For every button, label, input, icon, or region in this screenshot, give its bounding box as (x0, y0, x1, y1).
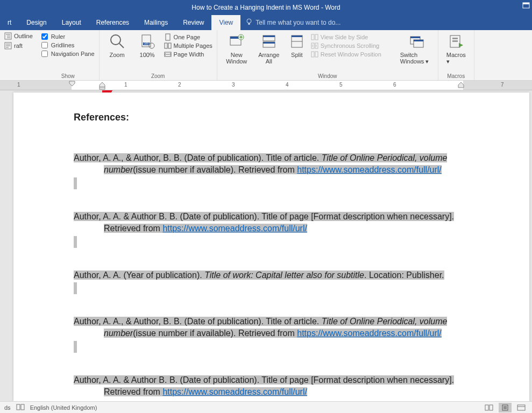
status-bar: ds English (United Kingdom) (0, 401, 532, 413)
tab-design[interactable]: Design (19, 15, 54, 30)
show-group: Ruler Gridlines Navigation Pane Show (37, 30, 100, 80)
svg-text:100: 100 (144, 42, 148, 45)
svg-rect-36 (315, 34, 318, 40)
reset-window-icon (311, 51, 318, 58)
reference-link[interactable]: https://www.someaddress.com/full/url/ (297, 329, 442, 338)
svg-marker-54 (458, 82, 464, 88)
split-icon (289, 33, 305, 49)
page-width-button[interactable]: Page Width (164, 51, 212, 58)
switch-windows-icon (409, 33, 425, 49)
print-layout-button[interactable] (499, 403, 512, 412)
book-icon[interactable] (16, 403, 25, 412)
svg-point-2 (247, 19, 251, 23)
svg-rect-33 (292, 35, 302, 37)
arrange-all-button[interactable]: Arrange All (255, 32, 283, 65)
svg-rect-48 (452, 38, 458, 39)
side-by-side-icon (311, 33, 318, 41)
svg-marker-52 (100, 82, 105, 87)
chevron-down-icon: ▾ (446, 58, 450, 65)
svg-rect-44 (410, 37, 420, 38)
status-text[interactable]: ds (4, 404, 11, 411)
navigation-pane-checkbox[interactable]: Navigation Pane (41, 51, 95, 57)
svg-rect-60 (490, 405, 493, 410)
arrange-all-icon (261, 33, 277, 49)
svg-point-17 (149, 43, 154, 48)
multiple-pages-button[interactable]: Multiple Pages (164, 42, 212, 49)
zoom-button[interactable]: Zoom (104, 32, 131, 58)
window-group-label: Window (222, 72, 434, 79)
right-indent-marker[interactable] (458, 81, 464, 90)
reference-link[interactable]: https://www.someaddress.com/full/url/ (162, 387, 307, 396)
reference-entry: Author, A. A. (Year of publication). Tit… (74, 269, 476, 294)
tell-me-search[interactable]: Tell me what you want to do... (246, 15, 341, 30)
draft-icon (4, 42, 12, 49)
svg-rect-18 (166, 34, 170, 40)
references-heading: References: (74, 112, 476, 123)
svg-rect-58 (21, 404, 24, 410)
svg-point-12 (111, 35, 120, 45)
tab-layout[interactable]: Layout (54, 15, 89, 30)
svg-marker-50 (459, 43, 463, 47)
horizontal-ruler[interactable]: 1 1 2 3 4 5 6 7 (0, 81, 532, 90)
ribbon: Outline raft Ruler Gridlines Navigation … (0, 30, 532, 81)
switch-windows-button[interactable]: Switch Windows ▾ (400, 32, 434, 65)
svg-rect-1 (523, 3, 529, 4)
svg-marker-51 (69, 81, 75, 86)
multiple-pages-icon (164, 42, 172, 49)
new-window-icon (229, 33, 245, 49)
svg-rect-35 (311, 34, 314, 40)
macros-group: Macros▾ Macros (438, 30, 474, 80)
document-page[interactable]: References: Author, A. A., & Author, B. … (13, 92, 529, 401)
tab-cut-left[interactable]: rt (0, 15, 19, 30)
macros-icon (448, 33, 464, 49)
view-side-by-side-button: View Side by Side (311, 33, 397, 41)
zoom-icon (109, 33, 125, 49)
lightbulb-icon (246, 18, 252, 27)
first-line-indent-marker[interactable] (69, 81, 75, 90)
reference-entry: Author, A. A. & Author B. B. (Date of pu… (74, 211, 476, 248)
svg-rect-59 (485, 405, 488, 410)
hundred-percent-icon: 100 (139, 33, 155, 49)
page-width-icon (164, 51, 172, 58)
tab-mailings[interactable]: Mailings (137, 15, 175, 30)
gridlines-checkbox[interactable]: Gridlines (41, 42, 95, 48)
new-window-button[interactable]: New Window (222, 32, 252, 65)
svg-rect-31 (263, 42, 275, 44)
svg-rect-19 (165, 43, 167, 48)
ribbon-display-options-icon[interactable] (522, 2, 530, 10)
reference-link[interactable]: https://www.someaddress.com/full/url/ (162, 224, 307, 233)
ruler-checkbox[interactable]: Ruler (41, 33, 95, 40)
window-title: How to Create a Hanging Indent in MS Wor… (191, 4, 340, 11)
views-group-partial: Outline raft (0, 30, 37, 80)
split-button[interactable]: Split (286, 32, 308, 65)
web-layout-button[interactable] (515, 403, 528, 412)
draft-view-button[interactable]: raft (4, 42, 33, 49)
show-group-label: Show (41, 72, 95, 79)
reference-entry: Author, A. A., & Author, B. B. (Date of … (74, 152, 476, 189)
read-mode-button[interactable] (483, 403, 495, 412)
reference-link[interactable]: https://www.someaddress.com/full/url/ (297, 165, 442, 174)
reference-entry: Author, A. A., & Author, B. B. (Date of … (74, 316, 476, 353)
svg-rect-42 (315, 52, 318, 57)
language-status[interactable]: English (United Kingdom) (30, 404, 97, 411)
macros-group-label: Macros (443, 72, 470, 79)
synchronous-scrolling-button: Synchronous Scrolling (311, 42, 397, 49)
reset-window-position-button: Reset Window Position (311, 51, 397, 58)
tab-view[interactable]: View (211, 15, 240, 30)
svg-rect-29 (263, 35, 275, 37)
tab-references[interactable]: References (89, 15, 137, 30)
zoom-group-label: Zoom (104, 72, 212, 79)
svg-rect-49 (452, 40, 458, 42)
tab-review[interactable]: Review (175, 15, 211, 30)
svg-rect-53 (100, 87, 105, 89)
zoom-100-button[interactable]: 100 100% (134, 32, 161, 58)
outline-view-button[interactable]: Outline (4, 32, 33, 40)
macros-button[interactable]: Macros▾ (443, 32, 470, 65)
svg-rect-20 (168, 43, 171, 48)
svg-rect-65 (517, 405, 525, 410)
one-page-button[interactable]: One Page (164, 33, 212, 41)
window-group: New Window Arrange All Split View Side b… (217, 30, 438, 80)
zoom-group: Zoom 100 100% One Page Multiple Pages Pa… (100, 30, 217, 80)
hanging-indent-marker[interactable] (99, 81, 105, 90)
svg-line-13 (119, 44, 124, 48)
